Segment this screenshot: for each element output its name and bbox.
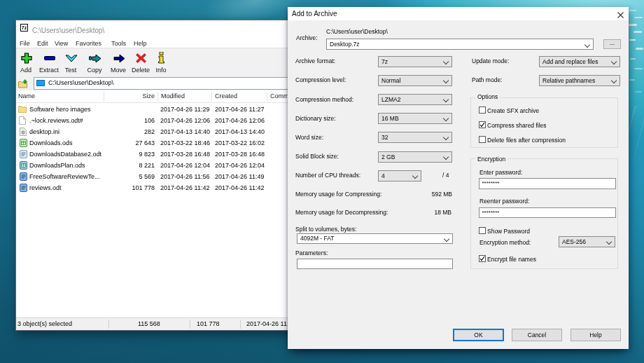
svg-text:7z: 7z (22, 25, 27, 30)
